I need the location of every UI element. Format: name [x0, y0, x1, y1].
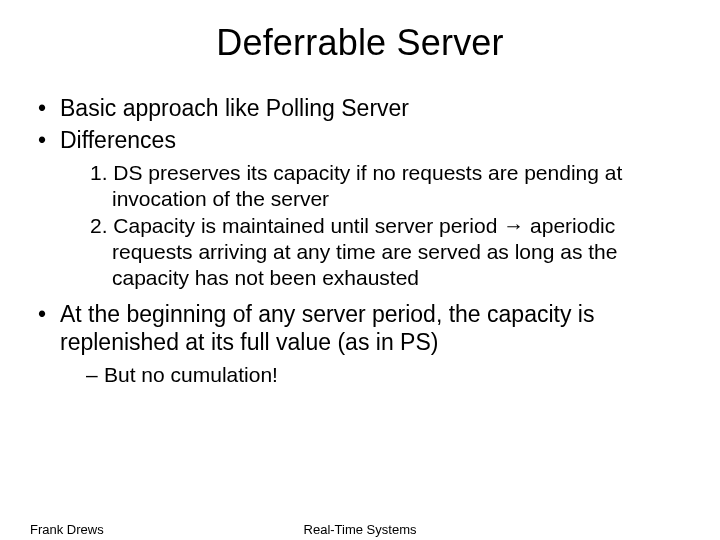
dash-list: But no cumulation!: [60, 362, 690, 388]
slide-title: Deferrable Server: [0, 0, 720, 94]
numbered-item: 2. Capacity is maintained until server p…: [90, 213, 690, 290]
footer-title: Real-Time Systems: [0, 522, 720, 537]
numbered-text-pre: 2. Capacity is maintained until server p…: [90, 214, 503, 237]
slide: Deferrable Server Basic approach like Po…: [0, 0, 720, 540]
bullet-item: At the beginning of any server period, t…: [30, 300, 690, 388]
slide-content: Basic approach like Polling Server Diffe…: [0, 94, 720, 388]
numbered-item: 1. DS preserves its capacity if no reque…: [90, 160, 690, 211]
bullet-item: Differences 1. DS preserves its capacity…: [30, 126, 690, 290]
numbered-list: 1. DS preserves its capacity if no reque…: [60, 160, 690, 290]
arrow-icon: →: [503, 214, 524, 237]
dash-item: But no cumulation!: [86, 362, 690, 388]
bullet-text: At the beginning of any server period, t…: [60, 301, 594, 355]
bullet-text: Differences: [60, 127, 176, 153]
bullet-list: Basic approach like Polling Server Diffe…: [30, 94, 690, 388]
bullet-item: Basic approach like Polling Server: [30, 94, 690, 122]
